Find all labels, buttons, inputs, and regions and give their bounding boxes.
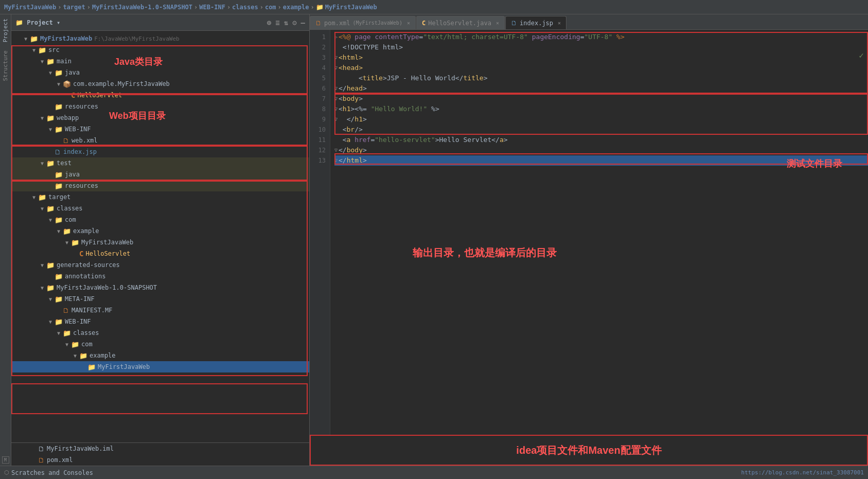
tree-item-indexjsp[interactable]: 🗋 index.jsp [11, 146, 309, 157]
line-num-6: 6 [310, 83, 326, 94]
settings-icon[interactable]: ⚙ [292, 19, 296, 27]
tab-pom[interactable]: 🗋 pom.xml (MyFirstJavaWeb) ✕ [310, 16, 416, 29]
tree-item-iml[interactable]: 🗋 MyFirstJavaWeb.iml [11, 443, 309, 454]
project-tree: ▼ 📁 MyFirstJavaWeb F:\JavaWeb\MyFirstJav… [11, 31, 309, 442]
breadcrumb: MyFirstJavaWeb › target › MyFirstJavaWeb… [0, 0, 868, 14]
line-num-11: 11 [310, 135, 326, 145]
tab-servlet-label: HelloServlet.java [428, 20, 491, 27]
code-line-2: <!DOCTYPE html> [334, 42, 868, 52]
tree-item-package[interactable]: ▼ 📦 com.example.MyFirstJavaWeb [11, 78, 309, 90]
line-num-1: 1 [310, 32, 326, 42]
code-line-8: ▽ <h1><%= "Hello World!" %> [334, 104, 868, 114]
tree-item-helloservlet[interactable]: C HelloServlet [11, 90, 309, 101]
project-dropdown[interactable]: 📁 Project ▾ [15, 19, 60, 26]
servlet-icon: C [422, 20, 426, 27]
tree-item-snap-example[interactable]: ▼ 📁 example [11, 350, 309, 361]
status-url: https://blog.csdn.net/sinat_33087001 [741, 469, 864, 476]
tree-item-generated-sources[interactable]: ▼ 📁 generated-sources [11, 259, 309, 271]
sidebar-bottom: 🗋 MyFirstJavaWeb.iml 🗋 pom.xml [11, 442, 309, 466]
line-numbers: 1 2 3 4 5 6 7 8 9 10 11 12 13 [310, 30, 330, 435]
editor-area: 🗋 pom.xml (MyFirstJavaWeb) ✕ C HelloServ… [310, 14, 868, 466]
config-annotation-bar: idea项目文件和Maven配置文件 [310, 435, 868, 466]
code-line-12: ▽ </body> [334, 145, 868, 155]
tree-item-webxml[interactable]: 🗋 web.xml [11, 135, 309, 146]
code-line-5: <title>JSP - Hello World</title> [334, 73, 868, 83]
line-num-13: 13 [310, 155, 326, 166]
code-line-6: ▽ </head> [334, 83, 868, 94]
sidebar-header-icons: ⊕ ≡ ⇅ ⚙ – [267, 19, 305, 27]
code-line-10: <br/> [334, 125, 868, 135]
line-num-8: 8 [310, 104, 326, 114]
tree-item-test[interactable]: ▼ 📁 test [11, 157, 309, 169]
tree-item-webapp[interactable]: ▼ 📁 webapp [11, 112, 309, 123]
line-num-7: 7 [310, 94, 326, 104]
code-line-3: ▽ <html> [334, 52, 868, 63]
editor-tabs: 🗋 pom.xml (MyFirstJavaWeb) ✕ C HelloServ… [310, 14, 868, 30]
tree-item-classes[interactable]: ▼ 📁 classes [11, 203, 309, 214]
jsp-icon: 🗋 [511, 20, 517, 27]
tab-jsp-close[interactable]: ✕ [558, 20, 561, 26]
tab-helloservlet[interactable]: C HelloServlet.java ✕ [416, 16, 505, 29]
line-num-4: 4 [310, 63, 326, 73]
tree-item-webinf[interactable]: ▼ 📁 WEB-INF [11, 123, 309, 135]
code-line-13: ▽ </html> [334, 155, 868, 166]
tree-item-snap-webinf[interactable]: ▼ 📁 WEB-INF [11, 316, 309, 327]
tree-item-main[interactable]: ▼ 📁 main [11, 56, 309, 67]
code-editor: 1 2 3 4 5 6 7 8 9 10 11 12 13 ▷ <%@ page… [310, 30, 868, 435]
code-line-4: ▽ <head> [334, 63, 868, 73]
tree-item-java[interactable]: ▼ 📁 java [11, 67, 309, 78]
structure-tab[interactable]: Structure [1, 46, 10, 85]
line-num-10: 10 [310, 125, 326, 135]
breadcrumb-root[interactable]: MyFirstJavaWeb [4, 4, 56, 11]
tree-item-src[interactable]: ▼ 📁 src [11, 44, 309, 56]
code-line-7: ▽ <body> [334, 94, 868, 104]
code-content[interactable]: ▷ <%@ page contentType="text/html; chars… [330, 30, 868, 435]
tree-item-snap-classes[interactable]: ▼ 📁 classes [11, 327, 309, 339]
project-tab[interactable]: Project [1, 14, 10, 46]
sidebar-header: 📁 Project ▾ ⊕ ≡ ⇅ ⚙ – [11, 14, 309, 31]
tab-servlet-close[interactable]: ✕ [496, 20, 499, 26]
tree-item-manifest[interactable]: 🗋 MANIFEST.MF [11, 305, 309, 316]
tab-pom-close[interactable]: ✕ [407, 20, 410, 26]
line-num-5: 5 [310, 73, 326, 83]
tree-item-test-resources[interactable]: 📁 resources [11, 180, 309, 191]
scratches-label[interactable]: Scratches and Consoles [11, 469, 93, 476]
sort-icon[interactable]: ⇅ [284, 19, 288, 27]
tree-item-com[interactable]: ▼ 📁 com [11, 214, 309, 225]
line-num-12: 12 [310, 145, 326, 155]
tree-item-snap-mfjw[interactable]: 📁 MyFirstJavaWeb [11, 361, 309, 372]
maven-icon[interactable]: M [2, 456, 9, 464]
tree-item-resources[interactable]: 📁 resources [11, 101, 309, 112]
tree-item-meta-inf[interactable]: ▼ 📁 META-INF [11, 293, 309, 305]
line-num-9: 9 [310, 114, 326, 125]
scratches-icon: ⬡ [4, 469, 9, 476]
tree-item-mfjw[interactable]: ▼ 📁 MyFirstJavaWeb [11, 237, 309, 248]
code-line-11: <a href="hello-servlet">Hello Servlet</a… [334, 135, 868, 145]
tree-item-annotations[interactable]: 📁 annotations [11, 271, 309, 282]
project-sidebar: 📁 Project ▾ ⊕ ≡ ⇅ ⚙ – ▼ 📁 MyFirstJavaWeb… [11, 14, 310, 466]
line-num-2: 2 [310, 42, 326, 52]
status-bar: ⬡ Scratches and Consoles https://blog.cs… [0, 466, 868, 479]
tree-item-target[interactable]: ▼ 📁 target [11, 191, 309, 203]
close-icon[interactable]: – [301, 19, 305, 27]
locate-icon[interactable]: ⊕ [267, 19, 271, 27]
pom-icon: 🗋 [315, 20, 322, 27]
tab-pom-label: pom.xml [324, 20, 350, 27]
tree-item-helloservlet-class[interactable]: C HelloServlet [11, 248, 309, 259]
left-panel-tabs: Project Structure M [0, 14, 11, 466]
line-num-3: 3 [310, 52, 326, 63]
tab-indexjsp[interactable]: 🗋 index.jsp ✕ [505, 16, 566, 29]
code-line-1: ▷ <%@ page contentType="text/html; chars… [334, 32, 868, 42]
tree-item-snapshot[interactable]: ▼ 📁 MyFirstJavaWeb-1.0-SNAPSHOT [11, 282, 309, 293]
tree-item-pomxml[interactable]: 🗋 pom.xml [11, 454, 309, 466]
tree-item-example[interactable]: ▼ 📁 example [11, 225, 309, 237]
check-mark: ✓ [859, 50, 864, 60]
tree-item-snap-com[interactable]: ▼ 📁 com [11, 339, 309, 350]
tab-jsp-label: index.jsp [520, 20, 553, 27]
tree-item-root[interactable]: ▼ 📁 MyFirstJavaWeb F:\JavaWeb\MyFirstJav… [11, 33, 309, 44]
collapse-icon[interactable]: ≡ [275, 19, 279, 27]
config-annotation-label: idea项目文件和Maven配置文件 [516, 443, 661, 457]
tree-item-test-java[interactable]: 📁 java [11, 169, 309, 180]
code-line-9: ▽ </h1> [334, 114, 868, 125]
